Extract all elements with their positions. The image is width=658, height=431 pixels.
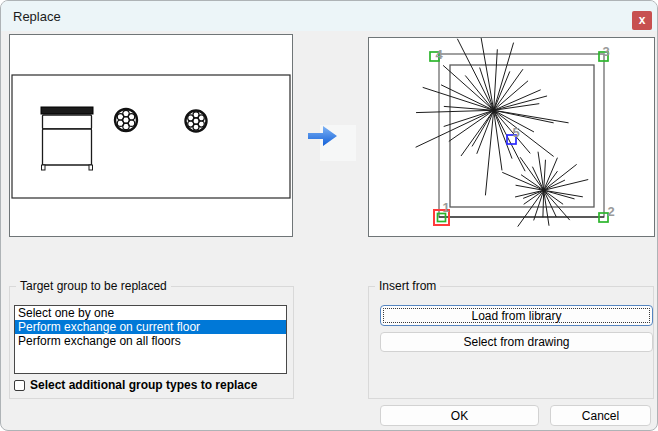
right-arrow-icon bbox=[306, 121, 358, 163]
groupbox-insert: Insert from Load from library Select fro… bbox=[368, 286, 654, 399]
list-item-select-one-by-one[interactable]: Select one by one bbox=[15, 306, 286, 320]
additional-types-label[interactable]: Select additional group types to replace bbox=[30, 378, 257, 392]
window-title: Replace bbox=[13, 9, 61, 24]
load-from-library-button[interactable]: Load from library bbox=[380, 305, 653, 326]
replace-direction-indicator bbox=[306, 121, 358, 163]
target-preview-drawing: 12345 bbox=[369, 38, 654, 236]
additional-types-row: Select additional group types to replace bbox=[14, 378, 257, 392]
close-icon: x bbox=[639, 14, 646, 26]
replace-dialog: Replace x 12345 Target group to be repla… bbox=[0, 0, 658, 431]
additional-types-checkbox[interactable] bbox=[14, 380, 25, 391]
svg-text:4: 4 bbox=[435, 47, 443, 62]
svg-text:1: 1 bbox=[442, 200, 449, 215]
select-from-drawing-button[interactable]: Select from drawing bbox=[380, 332, 653, 352]
replace-mode-listbox[interactable]: Select one by one Perform exchange on cu… bbox=[14, 305, 287, 374]
target-preview-panel: 12345 bbox=[368, 37, 655, 237]
close-button[interactable]: x bbox=[632, 11, 652, 30]
ok-button[interactable]: OK bbox=[380, 405, 539, 426]
list-item-all-floors[interactable]: Perform exchange on all floors bbox=[15, 334, 286, 348]
titlebar: Replace x bbox=[1, 1, 657, 31]
svg-text:3: 3 bbox=[602, 44, 609, 59]
source-preview-panel bbox=[9, 34, 293, 237]
cancel-button[interactable]: Cancel bbox=[550, 405, 651, 426]
groupbox-target: Target group to be replaced Select one b… bbox=[9, 286, 294, 399]
groupbox-target-label: Target group to be replaced bbox=[16, 279, 171, 293]
source-preview-drawing bbox=[10, 35, 292, 236]
svg-text:2: 2 bbox=[607, 204, 614, 219]
list-item-current-floor[interactable]: Perform exchange on current floor bbox=[15, 320, 286, 334]
groupbox-insert-label: Insert from bbox=[375, 279, 440, 293]
svg-text:5: 5 bbox=[512, 125, 519, 140]
